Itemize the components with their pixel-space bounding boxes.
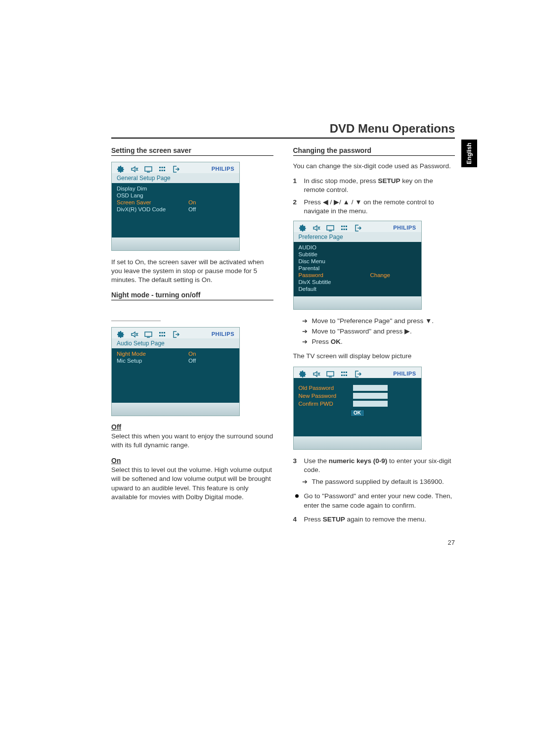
password-box: Old PasswordNew PasswordConfirm PWDOK [294, 378, 421, 436]
brand-label: PHILIPS [212, 166, 234, 172]
step-item: 4Press SETUP again to remove the menu. [293, 515, 455, 524]
option-off-text: Select this when you want to enjoy the s… [111, 432, 273, 450]
screen-icon [326, 370, 334, 377]
heading-night-mode: Night mode - turning on/off [111, 291, 273, 300]
password-field[interactable] [353, 385, 388, 391]
svg-rect-11 [159, 335, 161, 336]
heading-changing-password: Changing the password [293, 146, 455, 156]
dot-item: Go to "Password" and enter your new code… [293, 492, 455, 510]
osd-menu-row: OSD Lang [112, 192, 239, 199]
osd-password-entry: PHILIPS Old PasswordNew PasswordConfirm … [293, 367, 422, 450]
page-number: 27 [293, 539, 455, 546]
osd-menu: AUDIOSubtitleDisc MenuParentalPasswordCh… [294, 242, 421, 296]
osd-menu-row: Display Dim [112, 185, 239, 192]
arrow-list-b: The password supplied by default is 1369… [302, 477, 455, 487]
option-off-label: Off [111, 423, 273, 431]
left-column: Setting the screen saver [111, 143, 273, 546]
osd-menu-row: Night ModeOn [112, 350, 239, 357]
exit-icon [172, 331, 180, 337]
grid-icon [340, 224, 348, 231]
osd-page-name: Audio Setup Page [112, 338, 239, 348]
brand-label: PHILIPS [393, 371, 416, 377]
osd-menu-row: Disc Menu [294, 258, 421, 265]
exit-icon [172, 165, 180, 172]
step-item: 3Use the numeric keys (0-9) to enter you… [293, 457, 455, 474]
osd-menu: Night ModeOnMic SetupOff [112, 348, 239, 403]
step-item: 2Press ◀ / ▶/ ▲ / ▼ on the remote contro… [293, 198, 455, 216]
speaker-mute-icon [312, 224, 320, 231]
svg-rect-24 [346, 372, 347, 373]
gear-icon [299, 224, 307, 231]
password-row: Confirm PWD [299, 401, 416, 407]
osd-menu-row: Default [294, 285, 421, 292]
screen-icon [144, 165, 152, 172]
steps-list-c: 4Press SETUP again to remove the menu. [293, 515, 455, 524]
screensaver-paragraph: If set to On, the screen saver will be a… [111, 258, 273, 285]
svg-rect-10 [164, 332, 165, 333]
screen-icon [144, 331, 152, 337]
svg-rect-17 [346, 226, 347, 227]
password-intro: You can change the six-digit code used a… [293, 162, 455, 171]
page-title: DVD Menu Operations [111, 122, 455, 139]
dot-list: Go to "Password" and enter your new code… [293, 492, 455, 510]
steps-list-a: 1In disc stop mode, press SETUP key on t… [293, 177, 455, 216]
osd-menu-row: Screen SaverOn [112, 199, 239, 206]
svg-rect-5 [162, 170, 163, 171]
password-row: New Password [299, 393, 416, 399]
arrow-item: Press OK. [302, 337, 455, 347]
gear-icon [117, 165, 125, 172]
svg-rect-20 [346, 229, 347, 230]
svg-rect-1 [159, 167, 161, 168]
gear-icon [299, 370, 307, 377]
arrow-item: Move to "Password" and press ▶. [302, 327, 455, 336]
exit-icon [354, 370, 362, 377]
step-item: 1In disc stop mode, press SETUP key on t… [293, 177, 455, 194]
osd-page-name: General Setup Page [112, 173, 239, 183]
osd-menu-row: Parental [294, 265, 421, 272]
gear-icon [117, 331, 125, 337]
osd-audio-setup: PHILIPS Audio Setup Page Night ModeOnMic… [111, 327, 240, 416]
svg-rect-2 [162, 167, 163, 168]
osd-general-setup: PHILIPS General Setup Page Display DimOS… [111, 162, 240, 251]
password-field[interactable] [353, 401, 388, 407]
svg-rect-13 [164, 335, 165, 336]
option-on-text: Select this to level out the volume. Hig… [111, 466, 273, 502]
svg-rect-16 [343, 226, 345, 227]
right-column: Changing the password You can change the… [293, 143, 455, 546]
osd-menu-row: Subtitle [294, 251, 421, 258]
osd-preference-page: PHILIPS Preference Page AUDIOSubtitleDis… [293, 221, 422, 310]
svg-rect-12 [162, 335, 163, 336]
svg-rect-9 [162, 332, 163, 333]
svg-rect-27 [346, 375, 347, 376]
svg-rect-8 [159, 332, 161, 333]
exit-icon [354, 224, 362, 231]
option-on-label: On [111, 457, 273, 465]
language-tab: English [461, 140, 477, 167]
svg-rect-26 [343, 375, 345, 376]
osd-page-name: Preference Page [294, 232, 421, 242]
osd-menu-row: DivX(R) VOD CodeOff [112, 206, 239, 213]
svg-rect-14 [327, 226, 334, 230]
arrow-item: The password supplied by default is 1369… [302, 477, 455, 487]
svg-rect-6 [164, 170, 165, 171]
svg-rect-7 [145, 332, 152, 336]
password-field[interactable] [353, 393, 388, 399]
grid-icon [340, 370, 348, 377]
svg-rect-25 [341, 375, 343, 376]
speaker-mute-icon [131, 331, 138, 337]
grid-icon [158, 331, 166, 337]
ok-button[interactable]: OK [351, 410, 364, 417]
password-row: Old Password [299, 385, 416, 391]
tv-display-text: The TV screen will display below picture [293, 352, 455, 361]
heading-screen-saver: Setting the screen saver [111, 146, 273, 156]
speaker-mute-icon [312, 370, 320, 377]
svg-rect-4 [159, 170, 161, 171]
osd-menu-row: AUDIO [294, 244, 421, 251]
svg-rect-0 [145, 167, 152, 171]
svg-rect-22 [341, 372, 343, 373]
brand-label: PHILIPS [212, 331, 234, 337]
arrow-list-a: Move to "Preference Page" and press ▼.Mo… [302, 317, 455, 347]
steps-list-b: 3Use the numeric keys (0-9) to enter you… [293, 457, 455, 474]
svg-rect-15 [341, 226, 343, 227]
svg-rect-3 [164, 167, 165, 168]
